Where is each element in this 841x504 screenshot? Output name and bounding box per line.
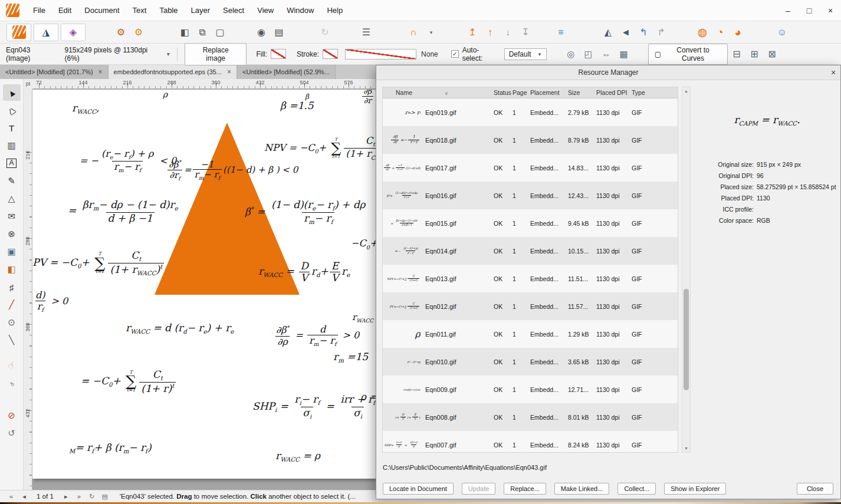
resource-row[interactable]: ∂β∂r=−1r−rEqn018.gifOK1Embedd...8.79 kB1…: [383, 126, 678, 154]
equation-image[interactable]: β =1.5: [280, 100, 314, 112]
selection-box-icon[interactable]: ◰: [580, 46, 597, 62]
column-header-status[interactable]: Status: [492, 89, 511, 96]
maximize-button[interactable]: □: [799, 0, 820, 21]
scale-width-icon[interactable]: ⇔: [598, 46, 615, 62]
vertical-ruler[interactable]: 216288360432: [24, 89, 32, 490]
pen-tool[interactable]: ✎: [3, 173, 21, 189]
menu-document[interactable]: Document: [78, 0, 126, 21]
first-page-icon[interactable]: «: [5, 491, 17, 502]
page-icon[interactable]: ◧: [176, 24, 193, 41]
scrollbar-thumb[interactable]: [684, 289, 689, 390]
document-page[interactable]: rWACC,ρβ =1.5β∂β∂r= −(re− rf) + ρrm− rf …: [32, 90, 376, 479]
move-backward-icon[interactable]: ↓: [500, 24, 516, 41]
equation-image[interactable]: rWACC =: [352, 312, 376, 324]
menu-edit[interactable]: Edit: [52, 0, 78, 21]
replace-image-button[interactable]: Replace image: [185, 43, 247, 65]
move-forward-icon[interactable]: ↑: [482, 24, 498, 41]
equation-image[interactable]: ρ = 22.5: [360, 391, 376, 403]
stroke-swatch[interactable]: [323, 49, 338, 59]
history-arrow-icon[interactable]: ↺: [3, 425, 21, 442]
move-to-front-icon[interactable]: ↥: [464, 24, 481, 41]
show-wrap-icon[interactable]: ◔: [712, 24, 728, 41]
stroke-style-preview[interactable]: [345, 49, 416, 60]
scroll-up-icon[interactable]: ▴: [682, 88, 690, 94]
menu-window[interactable]: Window: [280, 0, 320, 21]
equation-image[interactable]: −C0+ ∑t: [351, 236, 376, 252]
equation-image[interactable]: = −(re− rf) + ρrm− rf < 0: [80, 149, 176, 174]
picture-frame-ellipse-tool[interactable]: ⊗: [3, 226, 21, 242]
menu-select[interactable]: Select: [216, 0, 251, 21]
equation-image[interactable]: rWACC = d (rd− re) + re: [126, 322, 234, 335]
add-page-icon[interactable]: ▢: [212, 24, 228, 41]
rotate-icon[interactable]: ↻: [317, 24, 333, 41]
equation-image[interactable]: = −C0+ T∑t=1Ct(1+ r)t: [81, 369, 177, 394]
chevron-down-icon[interactable]: ▾: [423, 24, 439, 41]
equation-image[interactable]: = βrm− dρ − (1− d)red + β −1: [68, 199, 181, 224]
flip-horizontal-icon[interactable]: ◭: [600, 24, 616, 41]
auto-select-checkbox[interactable]: ✓: [451, 50, 459, 58]
equation-image[interactable]: M= rf+ β (rm− rf): [69, 442, 152, 455]
brush-tool[interactable]: ╱: [3, 297, 21, 313]
hand-tool[interactable]: ☞: [3, 357, 21, 374]
document-tab[interactable]: embeddedfontnotsupported.eps (35...×: [109, 65, 237, 79]
convert-to-curves-button[interactable]: ▢ Convert to Curves: [648, 44, 728, 65]
artistic-text-tool[interactable]: A: [3, 155, 21, 172]
publisher-persona-icon[interactable]: [6, 24, 31, 41]
close-button[interactable]: Close: [797, 483, 833, 495]
menu-help[interactable]: Help: [320, 0, 349, 21]
shape-tool[interactable]: △: [3, 190, 21, 207]
pixel-grid-icon[interactable]: ▦: [616, 46, 632, 62]
column-header-page[interactable]: Page: [511, 89, 529, 96]
scroll-down-icon[interactable]: ▾: [682, 446, 690, 451]
master-pages-icon[interactable]: ⧉: [194, 24, 211, 41]
replace-button[interactable]: Replace...: [504, 483, 546, 495]
locate-in-document-button[interactable]: Locate in Document: [383, 483, 454, 495]
photo-persona-icon[interactable]: ◈: [61, 24, 86, 41]
equation-image[interactable]: ∂β*∂rf=−1rm− rf((1− d) + β ) < 0: [166, 159, 298, 182]
equation-image[interactable]: rWACC = ρ: [275, 450, 320, 463]
insert-inside-icon[interactable]: ⊞: [746, 46, 763, 62]
rotate-cw-icon[interactable]: ↱: [653, 24, 669, 41]
resource-row[interactable]: ρEqn011.gifOK1Embedd...1.29 kB1130 dpiGI…: [383, 320, 678, 348]
ignore-wrap-icon[interactable]: ◕: [730, 24, 746, 41]
pages-panel-icon[interactable]: ▤: [99, 491, 111, 502]
show-in-explorer-button[interactable]: Show in Explorer: [664, 483, 726, 495]
frame-text-tool[interactable]: ▥: [3, 137, 21, 154]
zoom-tool[interactable]: ♁: [3, 375, 21, 391]
snapping-magnet-icon[interactable]: ∩: [405, 24, 422, 41]
close-tab-icon[interactable]: ×: [98, 68, 103, 76]
move-tool[interactable]: ▲: [3, 84, 21, 101]
equation-image[interactable]: β* = (1− d)(re− rf) + dρrm− rf: [245, 199, 369, 226]
column-header-size[interactable]: Size: [567, 89, 595, 96]
resource-row[interactable]: r=DVr+EVrEqn008.gifOK1Embedd...8.01 kB11…: [383, 403, 678, 431]
equation-image[interactable]: rWACC,: [72, 103, 99, 116]
account-icon[interactable]: ☺: [774, 24, 790, 41]
resource-row[interactable]: =βr−dρ−(1−d)rd+β−1Eqn015.gifOK1Embedd...…: [383, 209, 678, 237]
menu-table[interactable]: Table: [153, 0, 184, 21]
transparency-tool[interactable]: ⊙: [3, 314, 21, 331]
equation-image[interactable]: ρ: [163, 90, 167, 99]
text-tool[interactable]: T: [3, 120, 21, 136]
collect-button[interactable]: Collect...: [617, 483, 656, 495]
equation-image[interactable]: rm =15: [333, 351, 368, 364]
update-button[interactable]: Update: [462, 483, 495, 495]
ruler-unit-label[interactable]: pt: [24, 79, 32, 89]
table-tool[interactable]: ✉: [3, 208, 21, 225]
preflight-icon[interactable]: ↻: [86, 491, 98, 502]
resource-row[interactable]: =−(r−r)+ρr−rEqn014.gifOK1Embedd...10.15.…: [383, 237, 678, 265]
equation-image[interactable]: β: [305, 93, 309, 101]
image-size-dropdown[interactable]: 915x249 pixels @ 1130dpi (6%): [65, 46, 164, 62]
equation-image[interactable]: ∂β*∂ρ = drm− rf > 0: [273, 324, 359, 348]
flip-vertical-icon[interactable]: ◄: [617, 24, 634, 41]
resource-row[interactable]: SHP=r−rσ=irr−rσEqn007.gifOK1Embedd...8.2…: [383, 431, 678, 453]
menu-file[interactable]: File: [27, 0, 52, 21]
document-gear-icon[interactable]: ⚙: [113, 24, 129, 41]
color-picker-tool[interactable]: ╲: [3, 332, 21, 348]
column-header-placed-dpi[interactable]: Placed DPI: [595, 89, 630, 96]
close-dialog-icon[interactable]: ×: [827, 65, 839, 80]
move-to-back-icon[interactable]: ↧: [517, 24, 534, 41]
transform-origin-icon[interactable]: ◎: [563, 46, 579, 62]
resource-row[interactable]: re−rf→ρEqn010.gifOK1Embedd...3.65 kB1130…: [383, 348, 678, 375]
preferences-gear-icon[interactable]: ⚙: [130, 24, 147, 41]
horizontal-ruler[interactable]: 72144216288360432504576: [32, 79, 376, 89]
